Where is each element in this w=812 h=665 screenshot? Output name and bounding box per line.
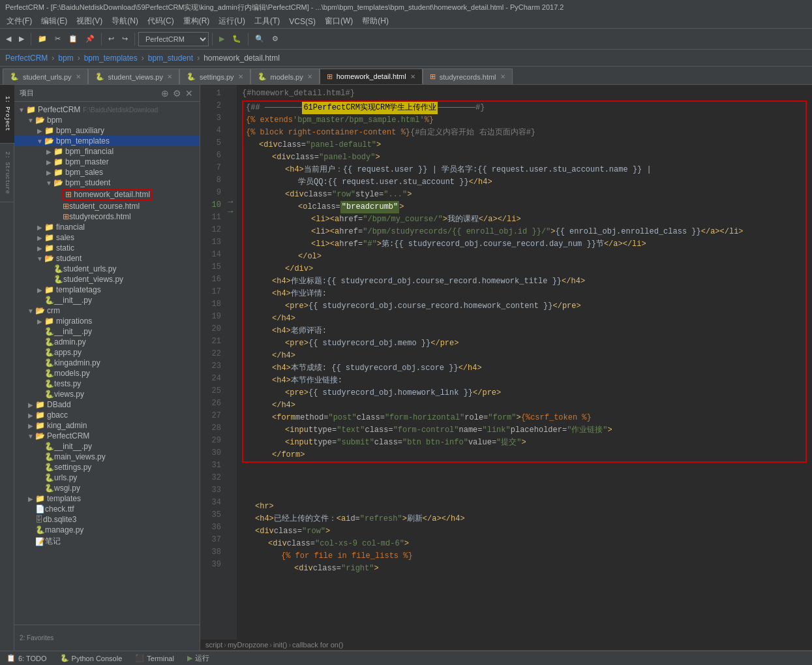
tree-item-bpm-auxiliary[interactable]: ▶ 📁 bpm_auxiliary: [14, 125, 200, 136]
menu-item-refactor[interactable]: 重构(R): [179, 14, 214, 28]
tree-item-db-sqlite[interactable]: 🗄 db.sqlite3: [14, 514, 200, 525]
toolbar-btn-forward[interactable]: ▶: [16, 31, 27, 47]
tree-item-perfectcrm-inner[interactable]: ▼ 📂 PerfectCRM: [14, 431, 200, 441]
tab-models[interactable]: 🐍 models.py ✕: [250, 69, 320, 84]
tree-item-notes[interactable]: 📝 笔记: [14, 535, 200, 548]
nav-item-bpm-student[interactable]: bpm_student: [148, 54, 193, 63]
toolbar-btn-back[interactable]: ◀: [3, 31, 14, 47]
tree-item-templates[interactable]: ▶ 📁 templates: [14, 493, 200, 504]
tree-item-king-admin[interactable]: ▶ 📁 king_admin: [14, 420, 200, 431]
toolbar-btn-copy[interactable]: 📋: [65, 31, 81, 47]
bottom-tab-terminal[interactable]: ⬛ Terminal: [128, 651, 181, 665]
code-area[interactable]: {#homework_detail.html#} {## ————————61P…: [237, 85, 812, 640]
tree-item-migrations[interactable]: ▶ 📁 migrations: [14, 316, 200, 326]
tab-close-student-urls[interactable]: ✕: [76, 73, 81, 80]
menu-item-help[interactable]: 帮助(H): [358, 14, 393, 28]
sidebar-btn-close[interactable]: ✕: [184, 88, 194, 99]
tree-item-templatetags[interactable]: ▶ 📁 templatetags: [14, 285, 200, 295]
nav-item-bpm-templates[interactable]: bpm_templates: [84, 54, 138, 63]
menu-item-view[interactable]: 视图(V): [72, 14, 106, 28]
toolbar-btn-1[interactable]: 📁: [35, 31, 50, 47]
nav-item-perfectcrm[interactable]: PerfectCRM: [5, 54, 48, 63]
tab-settings[interactable]: 🐍 settings.py ✕: [179, 69, 250, 84]
menu-item-vcs[interactable]: VCS(S): [285, 16, 320, 27]
tree-item-homework-detail[interactable]: ⊞ homework_detail.html: [14, 188, 200, 201]
settings-btn[interactable]: ⚙: [269, 31, 282, 47]
tree-item-financial[interactable]: ▶ 📁 financial: [14, 222, 200, 232]
tab-studyrecords[interactable]: ⊞ studyrecords.html ✕: [423, 69, 513, 84]
tree-item-views[interactable]: 🐍 views.py: [14, 389, 200, 399]
project-selector[interactable]: PerfectCRM: [138, 32, 209, 46]
tab-close-models[interactable]: ✕: [307, 73, 312, 80]
tree-item-gbacc[interactable]: ▶ 📁 gbacc: [14, 410, 200, 420]
nav-item-bpm[interactable]: bpm: [58, 54, 73, 63]
tree-item-dbadd[interactable]: ▶ 📁 DBadd: [14, 399, 200, 410]
tab-student-urls[interactable]: 🐍 student_urls.py ✕: [3, 69, 88, 84]
toolbar-btn-paste[interactable]: 📌: [82, 31, 98, 47]
tab-close-settings[interactable]: ✕: [238, 73, 243, 80]
sidebar-toolbar: ⊕ ⚙ ✕: [160, 88, 194, 99]
tab-close-homework-detail[interactable]: ✕: [410, 73, 415, 80]
bottom-tab-python-console[interactable]: 🐍 Python Console: [53, 651, 129, 665]
tree-item-bpm-templates[interactable]: ▼ 📂 bpm_templates: [14, 136, 200, 146]
toolbar-btn-undo[interactable]: ↩: [105, 31, 117, 47]
tree-item-sales[interactable]: ▶ 📁 sales: [14, 232, 200, 243]
tree-item-main-views[interactable]: 🐍 main_views.py: [14, 452, 200, 462]
side-tab-structure[interactable]: 2: Structure: [0, 144, 14, 202]
tree-item-bpm-master[interactable]: ▶ 📁 bpm_master: [14, 157, 200, 167]
tree-item-admin[interactable]: 🐍 admin.py: [14, 337, 200, 347]
tree-path-perfectcrm: F:\BaiduNetdiskDownload: [83, 106, 158, 114]
menu-item-file[interactable]: 文件(F): [3, 14, 36, 28]
menu-item-code[interactable]: 代码(C): [143, 14, 178, 28]
tab-close-studyrecords[interactable]: ✕: [500, 73, 505, 80]
tree-item-bpm-financial[interactable]: ▶ 📁 bpm_financial: [14, 146, 200, 157]
tree-item-urls[interactable]: 🐍 urls.py: [14, 472, 200, 483]
tree-item-settings-perfectcrm[interactable]: 🐍 settings.py: [14, 462, 200, 472]
tree-item-apps[interactable]: 🐍 apps.py: [14, 347, 200, 358]
menu-item-edit[interactable]: 编辑(E): [37, 14, 71, 28]
tree-item-bpm[interactable]: ▼ 📂 bpm: [14, 115, 200, 125]
tree-item-bpm-student[interactable]: ▼ 📂 bpm_student: [14, 178, 200, 188]
tree-item-bpm-init[interactable]: 🐍 __init__.py: [14, 295, 200, 305]
tree-item-kingadmin[interactable]: 🐍 kingadmin.py: [14, 358, 200, 368]
tree-item-wsgi[interactable]: 🐍 wsgi.py: [14, 483, 200, 493]
menu-item-tools[interactable]: 工具(T): [250, 14, 284, 28]
tree-item-student-urls[interactable]: 🐍 student_urls.py: [14, 264, 200, 274]
toolbar-btn-2[interactable]: ✂: [52, 31, 64, 47]
code-line-15: </div>: [246, 263, 803, 275]
menu-item-nav[interactable]: 导航(N): [108, 14, 142, 28]
menu-item-window[interactable]: 窗口(W): [321, 14, 357, 28]
tab-bar: 🐍 student_urls.py ✕ 🐍 student_views.py ✕…: [0, 67, 812, 85]
tree-item-tests[interactable]: 🐍 tests.py: [14, 379, 200, 389]
bottom-tab-run[interactable]: ▶ 运行: [181, 651, 216, 665]
search-btn[interactable]: 🔍: [252, 31, 267, 47]
tree-item-crm-init[interactable]: 🐍 __init__.py: [14, 326, 200, 337]
tree-item-perfectcrm-init[interactable]: 🐍 __init__.py: [14, 441, 200, 452]
toolbar-sep-4: [212, 33, 213, 46]
tree-item-student-course[interactable]: ⊞ student_course.html: [14, 201, 200, 211]
code-line-16: <h4>作业标题:{{ studyrecord_obj.course_recor…: [246, 275, 803, 288]
tab-close-student-views[interactable]: ✕: [167, 73, 172, 80]
bottom-tab-todo[interactable]: 📋 6: TODO: [0, 651, 53, 665]
tree-item-models-crm[interactable]: 🐍 models.py: [14, 368, 200, 379]
tab-homework-detail[interactable]: ⊞ homework_detail.html ✕: [320, 69, 423, 84]
debug-button[interactable]: 🐛: [229, 31, 245, 47]
sidebar-btn-add[interactable]: ⊕: [160, 88, 170, 99]
sidebar-btn-settings[interactable]: ⚙: [172, 88, 183, 99]
tree-item-check-ttf[interactable]: 📄 check.ttf: [14, 504, 200, 514]
menu-item-run[interactable]: 运行(U): [215, 14, 249, 28]
tree-item-perfectcrm[interactable]: ▼ 📁 PerfectCRM F:\BaiduNetdiskDownload: [14, 104, 200, 115]
tree-item-student-views[interactable]: 🐍 student_views.py: [14, 274, 200, 285]
side-tab-project[interactable]: 1: Project: [0, 85, 14, 144]
side-tabs: 1: Project 2: Structure: [0, 85, 14, 651]
tree-item-student[interactable]: ▼ 📂 student: [14, 253, 200, 264]
tree-item-crm[interactable]: ▼ 📂 crm: [14, 305, 200, 316]
tree-item-static[interactable]: ▶ 📁 static: [14, 243, 200, 253]
tree-item-bpm-sales[interactable]: ▶ 📁 bpm_sales: [14, 167, 200, 178]
tab-student-views[interactable]: 🐍 student_views.py ✕: [88, 69, 179, 84]
tree-item-manage[interactable]: 🐍 manage.py: [14, 525, 200, 535]
favorites-section: 2: Favorites: [14, 625, 200, 651]
toolbar-btn-redo[interactable]: ↪: [119, 31, 131, 47]
tree-item-studyrecords[interactable]: ⊞ studyrecords.html: [14, 211, 200, 222]
run-button[interactable]: ▶: [216, 31, 228, 47]
